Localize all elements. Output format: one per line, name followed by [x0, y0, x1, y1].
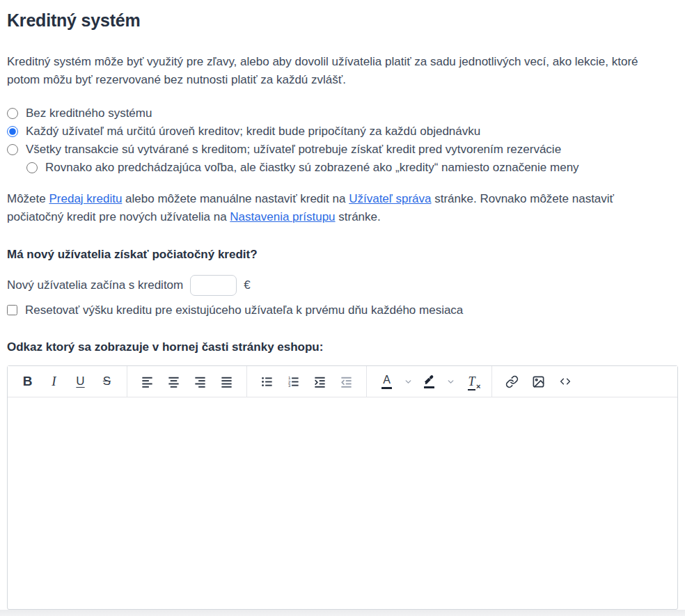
link-icon	[505, 375, 519, 388]
info-text: stránke.	[336, 210, 381, 223]
editor-content[interactable]	[8, 397, 677, 609]
align-justify-button[interactable]	[214, 370, 239, 394]
highlight-icon	[423, 374, 435, 388]
currency-symbol: €	[244, 278, 250, 292]
strikethrough-icon: S	[103, 374, 111, 388]
align-center-button[interactable]	[162, 370, 186, 394]
page-title: Kreditný systém	[7, 10, 678, 31]
highlight-button[interactable]	[417, 370, 441, 394]
info-text: Môžete	[7, 192, 49, 205]
bold-icon: B	[23, 374, 33, 389]
text-color-button[interactable]: A	[375, 370, 399, 394]
initial-credit-question: Má nový užívatelia získať počiatočný kre…	[7, 247, 678, 262]
access-settings-link[interactable]: Nastavenia prístupu	[230, 210, 335, 223]
eshop-link-label: Odkaz ktorý sa zobrazuje v hornej časti …	[7, 340, 678, 355]
reset-credit-checkbox[interactable]	[7, 305, 17, 315]
radio-option-no-credit[interactable]: Bez kreditného systému	[7, 104, 678, 123]
bullet-list-icon	[260, 375, 274, 388]
code-icon	[558, 375, 572, 388]
radio-option-label: Každý užívateľ má určitú úroveň kreditov…	[26, 125, 480, 139]
toolbar-group-text-style: B I U S	[8, 366, 127, 397]
initial-credit-input[interactable]	[190, 275, 237, 296]
insert-image-button[interactable]	[526, 370, 551, 394]
page-bottom-shadow	[0, 610, 685, 616]
outdent-icon	[340, 375, 353, 388]
align-left-icon	[141, 375, 154, 388]
radio-option-label: Bez kreditného systému	[26, 106, 152, 120]
bullet-list-button[interactable]	[255, 370, 279, 394]
strikethrough-button[interactable]: S	[95, 370, 119, 394]
toolbar-group-insert	[491, 366, 585, 397]
source-code-button[interactable]	[553, 370, 577, 394]
svg-text:3: 3	[288, 384, 291, 388]
rich-text-editor: B I U S	[7, 365, 678, 610]
underline-button[interactable]: U	[68, 370, 93, 394]
user-admin-link[interactable]: Užívateľ správa	[349, 192, 431, 205]
credit-mode-radio-group: Bez kreditného systému Každý užívateľ má…	[7, 104, 678, 177]
clear-formatting-icon: T ×	[468, 374, 475, 389]
ordered-list-button[interactable]: 123	[281, 370, 306, 394]
radio-option-credit-per-order[interactable]: Každý užívateľ má určitú úroveň kreditov…	[7, 123, 678, 141]
toolbar-group-lists: 123	[246, 366, 366, 397]
toolbar-group-alignment	[127, 366, 246, 397]
radio-credit-required[interactable]	[7, 144, 18, 155]
highlight-dropdown-button[interactable]	[443, 370, 457, 394]
italic-icon: I	[52, 374, 56, 389]
info-text: alebo môžete manuálne nastaviť kredit na	[122, 192, 349, 205]
radio-credits-display[interactable]	[26, 162, 38, 173]
toolbar-group-color: A T	[366, 366, 491, 397]
text-color-dropdown-button[interactable]	[401, 370, 415, 394]
chevron-down-icon	[404, 377, 413, 386]
italic-button[interactable]: I	[42, 370, 66, 394]
indent-button[interactable]	[308, 370, 332, 394]
initial-credit-input-label: Nový užívatelia začína s kreditom	[7, 278, 183, 292]
underline-icon: U	[76, 374, 84, 388]
chevron-down-icon	[446, 377, 455, 386]
indent-icon	[313, 375, 326, 388]
radio-option-label: Rovnako ako predchádzajúca voľba, ale či…	[45, 161, 579, 175]
bold-button[interactable]: B	[15, 370, 40, 394]
radio-credit-per-order[interactable]	[7, 126, 18, 137]
text-color-icon: A	[381, 374, 392, 389]
reset-credit-checkbox-row[interactable]: Resetovať výšku kreditu pre existujúceho…	[7, 301, 678, 319]
radio-no-credit[interactable]	[7, 108, 18, 119]
reset-credit-checkbox-label: Resetovať výšku kreditu pre existujúceho…	[25, 303, 463, 317]
outdent-button[interactable]	[334, 370, 359, 394]
clear-formatting-button[interactable]: T ×	[459, 370, 484, 394]
radio-option-credits-display[interactable]: Rovnako ako predchádzajúca voľba, ale či…	[26, 159, 678, 177]
align-center-icon	[167, 375, 180, 388]
radio-option-credit-required[interactable]: Všetky transakcie sú vytvárané s kredito…	[7, 141, 678, 159]
sell-credit-link[interactable]: Predaj kreditu	[49, 192, 122, 205]
align-right-button[interactable]	[188, 370, 212, 394]
align-right-icon	[194, 375, 207, 388]
radio-option-label: Všetky transakcie sú vytvárané s kredito…	[26, 143, 561, 157]
intro-text: Kreditný systém môže byť využitý pre zľa…	[7, 53, 654, 89]
insert-link-button[interactable]	[500, 370, 524, 394]
credit-settings-page: Kreditný systém Kreditný systém môže byť…	[0, 0, 685, 610]
image-icon	[532, 375, 545, 388]
align-left-button[interactable]	[135, 370, 159, 394]
info-paragraph: Môžete Predaj kreditu alebo môžete manuá…	[7, 190, 654, 226]
initial-credit-row: Nový užívatelia začína s kreditom €	[7, 275, 678, 296]
align-justify-icon	[220, 375, 233, 388]
editor-toolbar: B I U S	[8, 366, 677, 397]
ordered-list-icon: 123	[287, 375, 300, 388]
